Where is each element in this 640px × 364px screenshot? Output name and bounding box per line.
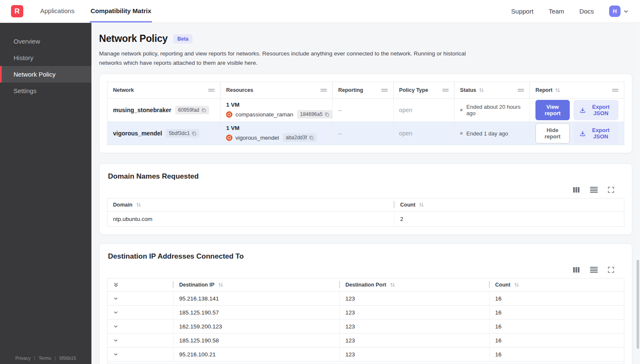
domain-row: ntp.ubuntu.com 2	[108, 211, 624, 226]
fullscreen-icon[interactable]	[608, 187, 614, 193]
nav-link-docs[interactable]: Docs	[579, 8, 594, 15]
avatar-letter: H	[613, 8, 617, 14]
resource-name: vigorous_mendel	[235, 135, 279, 141]
avatar[interactable]: H	[609, 6, 621, 17]
hide-report-button[interactable]: Hide report	[535, 123, 570, 143]
sort-icon[interactable]	[390, 282, 395, 287]
networks-card: Network Resources Reporting Policy Type …	[99, 74, 632, 153]
sidebar-item-overview[interactable]: Overview	[0, 33, 91, 50]
policy-type-value: open	[394, 122, 455, 145]
col-policy-type-label: Policy Type	[399, 87, 428, 93]
expand-row-icon[interactable]	[113, 324, 119, 329]
vm-count: 1 VM	[226, 125, 317, 131]
table-toolbar	[107, 267, 624, 273]
card-title: Domain Names Requested	[107, 171, 624, 181]
sort-icon[interactable]	[514, 282, 519, 287]
network-name: vigorous_mendel	[113, 130, 162, 137]
footer-separator: |	[55, 356, 56, 361]
resource-id: 184696a5	[300, 111, 323, 117]
network-id-badge: 60959fad	[175, 106, 209, 114]
tab-compatibility-matrix[interactable]: Compatibility Matrix	[90, 0, 152, 22]
count-value: 2	[394, 212, 624, 226]
ubuntu-os-icon	[226, 135, 232, 141]
sort-icon[interactable]	[136, 202, 141, 207]
column-menu-icon[interactable]	[320, 88, 327, 92]
copy-icon[interactable]	[325, 112, 329, 117]
column-menu-icon[interactable]	[208, 88, 215, 92]
sidebar-item-settings[interactable]: Settings	[0, 83, 91, 99]
col-domain-label: Domain	[113, 202, 132, 208]
expand-row-icon[interactable]	[113, 338, 119, 343]
sort-icon[interactable]	[479, 88, 484, 93]
build-version: 5f56b15	[59, 356, 76, 361]
download-icon	[579, 130, 586, 137]
view-report-button[interactable]: View report	[535, 100, 570, 120]
column-menu-icon[interactable]	[612, 88, 618, 92]
copy-icon[interactable]	[201, 108, 206, 113]
vm-count: 1 VM	[226, 102, 332, 108]
chevron-down-icon[interactable]	[623, 8, 629, 14]
rows-icon[interactable]	[590, 187, 598, 193]
nav-link-support[interactable]: Support	[511, 8, 534, 15]
destination-row: 162.159.200.123 123 16	[108, 319, 624, 333]
fullscreen-icon[interactable]	[608, 267, 614, 273]
destination-ip-value: 95.216.138.141	[174, 292, 340, 305]
destination-port-value: 123	[340, 320, 490, 333]
destination-ip-value: 185.125.190.58	[174, 334, 340, 347]
columns-icon[interactable]	[573, 267, 580, 273]
sidebar: Overview History Network Policy Settings…	[0, 23, 91, 364]
destination-row-partial	[108, 361, 624, 364]
sort-icon[interactable]	[218, 282, 223, 287]
copy-icon[interactable]	[309, 135, 314, 140]
window-scrollbar[interactable]	[636, 23, 640, 364]
destination-ips-card: Destination IP Addresses Connected To De…	[99, 243, 632, 364]
tab-applications[interactable]: Applications	[39, 0, 75, 22]
domain-value: ntp.ubuntu.com	[108, 212, 394, 226]
domain-names-card: Domain Names Requested Domain Count ntp.…	[99, 163, 632, 235]
nav-link-team[interactable]: Team	[549, 8, 564, 15]
rows-icon[interactable]	[590, 267, 598, 273]
destination-row: 95.216.138.141 123 16	[108, 291, 624, 305]
col-destination-port-label: Destination Port	[345, 282, 386, 288]
col-count-label: Count	[400, 202, 415, 208]
status-dot	[460, 132, 463, 135]
sort-icon[interactable]	[555, 88, 560, 93]
destinations-table: Destination IP Destination Port Count 95…	[107, 278, 624, 364]
column-menu-icon[interactable]	[442, 88, 449, 92]
domains-table-header: Domain Count	[108, 199, 624, 211]
app-logo-letter: R	[14, 7, 19, 16]
destination-port-value: 123	[340, 347, 490, 361]
sort-icon[interactable]	[419, 202, 424, 207]
col-reporting-label: Reporting	[338, 87, 363, 93]
privacy-link[interactable]: Privacy	[15, 356, 30, 361]
expand-row-icon[interactable]	[113, 296, 119, 301]
destination-row: 185.125.190.58 123 16	[108, 333, 624, 347]
export-json-button[interactable]: Export JSON	[574, 100, 618, 120]
expand-all-icon[interactable]	[113, 282, 119, 288]
scrollbar-thumb[interactable]	[637, 260, 639, 349]
terms-link[interactable]: Terms	[39, 356, 51, 361]
app-logo[interactable]: R	[11, 5, 23, 17]
networks-table: Network Resources Reporting Policy Type …	[107, 82, 624, 145]
column-menu-icon[interactable]	[381, 88, 388, 92]
destination-row: 95.216.100.21 123 16	[108, 347, 624, 361]
sidebar-item-history[interactable]: History	[0, 50, 91, 66]
column-menu-icon[interactable]	[518, 88, 524, 92]
export-json-button[interactable]: Export JSON	[574, 123, 618, 143]
beta-badge: Beta	[173, 34, 193, 44]
destination-ip-value: 95.216.100.21	[174, 347, 340, 361]
destination-port-value: 123	[340, 292, 490, 305]
resource-name: compassionate_raman	[235, 111, 293, 118]
table-toolbar	[107, 187, 624, 193]
copy-icon[interactable]	[192, 131, 196, 136]
network-id: 60959fad	[178, 107, 199, 113]
expand-row-icon[interactable]	[113, 352, 119, 357]
columns-icon[interactable]	[573, 187, 580, 193]
sidebar-item-network-policy[interactable]: Network Policy	[0, 66, 91, 83]
page-description: Manage network policy, reporting and vie…	[99, 49, 474, 67]
resource-id-badge: aba2dd3f	[283, 133, 317, 142]
expand-row-icon[interactable]	[113, 310, 119, 315]
user-menu[interactable]: H	[609, 6, 629, 17]
export-json-label: Export JSON	[589, 127, 612, 140]
policy-type-value: open	[394, 99, 455, 121]
